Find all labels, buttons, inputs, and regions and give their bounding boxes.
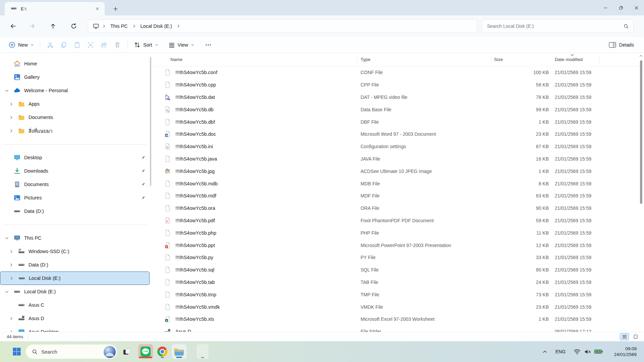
file-row[interactable]: G !!!IhS4owYc5b.pdf Foxit PhantomPDF PDF… [153, 215, 644, 227]
sidebar-item[interactable]: Welcome - Personal [0, 84, 150, 97]
file-row[interactable]: !!!IhS4owYc5b.dbf DBF File 1 KB 21/01/25… [153, 116, 644, 128]
sidebar-item[interactable]: Asus Desktop [0, 325, 150, 332]
breadcrumb-dropdown-icon[interactable] [176, 24, 180, 28]
file-row[interactable]: !!!IhS4owYc5b.ora ORA File 90 KB 21/01/2… [153, 202, 644, 215]
breadcrumb-this-pc[interactable]: This PC [109, 22, 129, 30]
sort-button[interactable]: Sort [131, 40, 161, 50]
up-icon[interactable] [50, 23, 56, 29]
file-row[interactable]: Asus D File folder 06/01/2569 17:12 [153, 325, 644, 332]
tree-chevron-icon[interactable] [9, 115, 18, 120]
address-bar[interactable]: This PC Local Disk (E:) [88, 19, 477, 33]
sidebar-item[interactable]: Documents [0, 178, 150, 191]
file-row[interactable]: !!!IhS4owYc5b.conf CONF File 100 KB 21/0… [153, 66, 644, 79]
file-row[interactable]: !!!IhS4owYc5b.php PHP File 11 KB 21/01/2… [153, 227, 644, 239]
copy-button[interactable] [57, 39, 70, 51]
column-header-date-modified[interactable]: Date modified [549, 57, 644, 62]
tree-chevron-icon[interactable] [9, 262, 18, 267]
tree-chevron-icon[interactable] [5, 289, 13, 294]
search-highlight-image[interactable] [104, 346, 116, 358]
more-options-button[interactable] [202, 39, 215, 51]
tree-chevron-icon[interactable] [5, 209, 13, 214]
column-separator[interactable] [491, 56, 492, 63]
sidebar-item[interactable]: Local Disk (E:) [0, 272, 150, 285]
sidebar-item[interactable]: Data (D:) [0, 204, 150, 218]
new-tab-button[interactable] [111, 4, 120, 13]
main-scrollbar[interactable] [640, 60, 642, 204]
sidebar-item[interactable]: Asus D [0, 312, 150, 325]
rename-button[interactable] [84, 39, 97, 51]
sidebar-item[interactable]: Gallery [0, 70, 150, 84]
sidebar-item[interactable]: Documents [0, 111, 150, 124]
file-row[interactable]: !!!IhS4owYc5b.ini Configuration settings… [153, 140, 644, 153]
restore-button[interactable] [613, 0, 629, 15]
sort-direction-icon[interactable] [570, 53, 574, 57]
column-separator[interactable] [599, 56, 599, 63]
task-view-button[interactable] [121, 344, 133, 359]
tree-chevron-icon[interactable] [5, 236, 13, 240]
sidebar-item[interactable]: Windows-SSD (C:) [0, 245, 150, 258]
this-pc-icon[interactable] [93, 23, 99, 29]
battery-icon[interactable] [594, 341, 603, 362]
tree-chevron-icon[interactable] [5, 169, 13, 173]
file-row[interactable]: !!!IhS4owYc5b.vmdk VMDK File 23 KB 21/01… [153, 301, 644, 313]
search-icon[interactable] [624, 24, 629, 29]
file-row[interactable]: !!!IhS4owYc5b.mdf MDF File 83 KB 21/01/2… [153, 190, 644, 202]
file-row[interactable]: P !!!IhS4owYc5b.ppt Microsoft PowerPoint… [153, 239, 644, 251]
sidebar-scrollbar[interactable] [150, 57, 151, 186]
sidebar-item[interactable]: Asus C [0, 298, 150, 312]
tree-chevron-icon[interactable] [5, 182, 13, 187]
breadcrumb-local-disk-e[interactable]: Local Disk (E:) [139, 22, 173, 30]
column-header-type[interactable]: Type [357, 57, 491, 62]
file-row[interactable]: DAT !!!IhS4owYc5b.dat DAT - MPEG video f… [153, 91, 644, 104]
sidebar-item[interactable]: Downloads [0, 164, 150, 178]
sidebar-item[interactable]: Desktop [0, 151, 150, 164]
large-icons-view-toggle[interactable] [631, 333, 640, 340]
taskbar-search[interactable]: Search [25, 344, 117, 359]
file-row[interactable]: !!!IhS4owYc5b.cpp CPP File 58 KB 21/01/2… [153, 79, 644, 91]
cut-button[interactable] [44, 39, 57, 51]
volume-muted-icon[interactable] [584, 341, 591, 362]
start-button[interactable] [9, 344, 24, 359]
explorer-tab[interactable]: E:\ [5, 2, 105, 15]
file-row[interactable]: X !!!IhS4owYc5b.xls Microsoft Excel 97-2… [153, 313, 644, 325]
sidebar-item[interactable]: This PC [0, 231, 150, 245]
line-app-button[interactable]: LINE [138, 344, 153, 359]
search-box[interactable] [482, 19, 634, 33]
new-button[interactable]: New [6, 40, 37, 50]
tray-language[interactable]: ENG [555, 341, 566, 362]
details-pane-button[interactable]: Details [606, 40, 637, 50]
tree-chevron-icon[interactable] [5, 88, 13, 93]
tree-chevron-icon[interactable] [9, 303, 18, 307]
paste-button[interactable] [70, 39, 84, 51]
file-row[interactable]: !!!IhS4owYc5b.sql SQL File 80 KB 21/01/2… [153, 264, 644, 276]
sidebar-item[interactable]: สิ่งที่แนบมา [0, 124, 150, 137]
file-row[interactable]: !!!IhS4owYc5b.java JAVA File 16 KB 21/01… [153, 153, 644, 165]
tree-chevron-icon[interactable] [5, 61, 13, 66]
tree-chevron-icon[interactable] [9, 128, 18, 133]
tree-chevron-icon[interactable] [5, 75, 13, 79]
view-button[interactable]: View [166, 40, 197, 50]
search-input[interactable] [487, 23, 624, 29]
tree-chevron-icon[interactable] [9, 316, 18, 321]
sidebar-item[interactable]: Data (D:) [0, 258, 150, 272]
file-row[interactable]: !!!IhS4owYc5b.tab TAB File 24 KB 21/01/2… [153, 276, 644, 289]
tree-chevron-icon[interactable] [9, 249, 18, 254]
wifi-icon[interactable] [574, 341, 581, 362]
tree-chevron-icon[interactable] [9, 329, 18, 332]
file-row[interactable]: W !!!IhS4owYc5b.doc Microsoft Word 97 - … [153, 128, 644, 140]
refresh-icon[interactable] [71, 23, 77, 29]
file-row[interactable]: !!!IhS4owYc5b.jpg ACDSee Ultimate 10 JPE… [153, 165, 644, 177]
column-header-name[interactable]: Name [164, 57, 357, 62]
tree-chevron-icon[interactable] [9, 276, 18, 281]
file-row[interactable]: !!!IhS4owYc5b.tmp TMP File 73 KB 21/01/2… [153, 288, 644, 301]
tree-chevron-icon[interactable] [5, 155, 13, 160]
file-row[interactable]: !!!IhS4owYc5b.py PY File 33 KB 21/01/256… [153, 251, 644, 264]
minimize-button[interactable] [598, 0, 613, 15]
column-separator[interactable] [357, 56, 357, 63]
back-icon[interactable] [10, 23, 16, 29]
tree-chevron-icon[interactable] [9, 102, 18, 106]
file-explorer-button[interactable] [172, 344, 186, 359]
sidebar-item[interactable]: Local Disk (E:) [0, 285, 150, 298]
scrollbar-up-icon[interactable] [639, 54, 643, 57]
tab-close-icon[interactable] [93, 5, 101, 13]
